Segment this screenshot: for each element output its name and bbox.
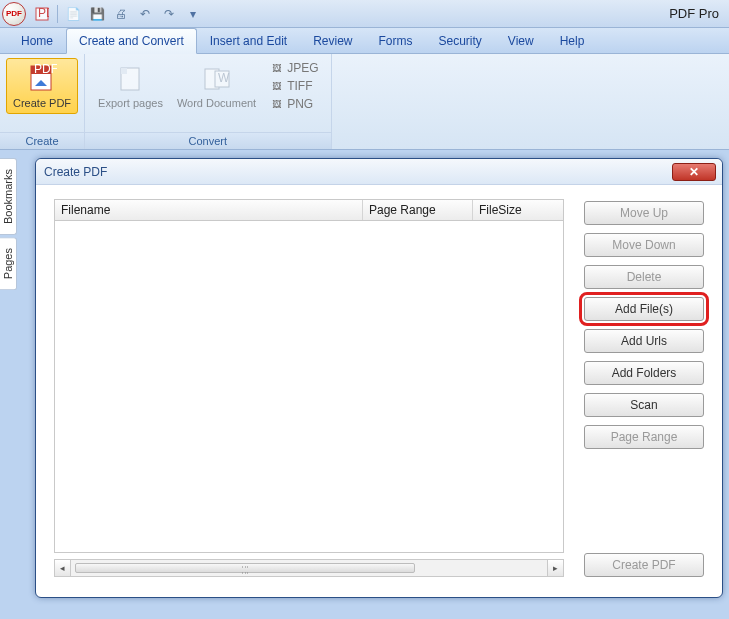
side-tabs: Bookmarks Pages [0, 158, 17, 292]
pdf-document-icon[interactable]: PDF [33, 5, 51, 23]
tab-security[interactable]: Security [426, 28, 495, 53]
create-pdf-icon: PDF [26, 63, 58, 95]
tab-view[interactable]: View [495, 28, 547, 53]
tiff-icon: 🖼 [269, 79, 283, 93]
svg-text:PDF: PDF [34, 64, 57, 76]
word-document-button[interactable]: W Word Document [170, 58, 263, 114]
format-png-button[interactable]: 🖼PNG [267, 96, 320, 112]
word-document-label: Word Document [177, 97, 256, 109]
horizontal-scrollbar[interactable]: ◂ ▸ [54, 559, 564, 577]
side-tab-pages[interactable]: Pages [0, 237, 17, 290]
dialog-button-column: Move Up Move Down Delete Add File(s) Add… [584, 199, 704, 577]
format-png-label: PNG [287, 97, 313, 111]
export-pages-label: Export pages [98, 97, 163, 109]
print-icon[interactable]: 🖨 [112, 5, 130, 23]
scroll-thumb[interactable] [75, 563, 415, 573]
add-folders-button[interactable]: Add Folders [584, 361, 704, 385]
add-files-button[interactable]: Add File(s) [584, 297, 704, 321]
move-down-button[interactable]: Move Down [584, 233, 704, 257]
tab-insert-and-edit[interactable]: Insert and Edit [197, 28, 300, 53]
export-pages-icon [114, 63, 146, 95]
export-pages-button[interactable]: Export pages [91, 58, 170, 114]
close-icon: ✕ [689, 165, 699, 179]
png-icon: 🖼 [269, 97, 283, 111]
menu-bar: Home Create and Convert Insert and Edit … [0, 28, 729, 54]
app-title: PDF Pro [669, 6, 727, 21]
ribbon: PDF Create PDF Create Export pages W Wor… [0, 54, 729, 150]
file-grid: Filename Page Range FileSize ◂ ▸ [54, 199, 564, 577]
dialog-body: Filename Page Range FileSize ◂ ▸ Move Up… [54, 199, 704, 577]
ribbon-group-convert: Export pages W Word Document 🖼JPEG 🖼TIFF… [85, 54, 331, 149]
col-page-range[interactable]: Page Range [363, 200, 473, 220]
scan-button[interactable]: Scan [584, 393, 704, 417]
dialog-titlebar[interactable]: Create PDF ✕ [36, 159, 722, 185]
scroll-left-button[interactable]: ◂ [55, 560, 71, 576]
separator [57, 5, 58, 23]
group-label-create: Create [0, 132, 84, 149]
qat-customize-icon[interactable]: ▾ [184, 5, 202, 23]
redo-icon[interactable]: ↷ [160, 5, 178, 23]
delete-button[interactable]: Delete [584, 265, 704, 289]
tab-create-and-convert[interactable]: Create and Convert [66, 28, 197, 54]
dialog-title: Create PDF [44, 165, 107, 179]
create-pdf-label: Create PDF [13, 97, 71, 109]
col-filename[interactable]: Filename [55, 200, 363, 220]
new-icon[interactable]: 📄 [64, 5, 82, 23]
tab-forms[interactable]: Forms [366, 28, 426, 53]
quick-access-toolbar: PDF PDF 📄 💾 🖨 ↶ ↷ ▾ PDF Pro [0, 0, 729, 28]
create-pdf-button[interactable]: PDF Create PDF [6, 58, 78, 114]
undo-icon[interactable]: ↶ [136, 5, 154, 23]
col-filesize[interactable]: FileSize [473, 200, 563, 220]
create-pdf-dialog-button[interactable]: Create PDF [584, 553, 704, 577]
tab-review[interactable]: Review [300, 28, 365, 53]
jpeg-icon: 🖼 [269, 61, 283, 75]
word-document-icon: W [201, 63, 233, 95]
ribbon-group-create: PDF Create PDF Create [0, 54, 85, 149]
add-urls-button[interactable]: Add Urls [584, 329, 704, 353]
side-tab-bookmarks[interactable]: Bookmarks [0, 158, 17, 235]
grid-header: Filename Page Range FileSize [54, 199, 564, 221]
save-icon[interactable]: 💾 [88, 5, 106, 23]
tab-home[interactable]: Home [8, 28, 66, 53]
format-jpeg-button[interactable]: 🖼JPEG [267, 60, 320, 76]
format-tiff-button[interactable]: 🖼TIFF [267, 78, 320, 94]
move-up-button[interactable]: Move Up [584, 201, 704, 225]
scroll-right-button[interactable]: ▸ [547, 560, 563, 576]
create-pdf-dialog: Create PDF ✕ Filename Page Range FileSiz… [35, 158, 723, 598]
svg-text:W: W [218, 71, 230, 85]
format-jpeg-label: JPEG [287, 61, 318, 75]
tab-help[interactable]: Help [547, 28, 598, 53]
group-label-convert: Convert [85, 132, 330, 149]
svg-text:PDF: PDF [38, 7, 49, 20]
format-tiff-label: TIFF [287, 79, 312, 93]
dialog-close-button[interactable]: ✕ [672, 163, 716, 181]
page-range-button[interactable]: Page Range [584, 425, 704, 449]
app-orb-button[interactable]: PDF [2, 2, 26, 26]
workspace: Bookmarks Pages Create PDF ✕ Filename Pa… [0, 150, 729, 619]
format-list: 🖼JPEG 🖼TIFF 🖼PNG [263, 58, 324, 114]
grid-body[interactable] [54, 221, 564, 553]
